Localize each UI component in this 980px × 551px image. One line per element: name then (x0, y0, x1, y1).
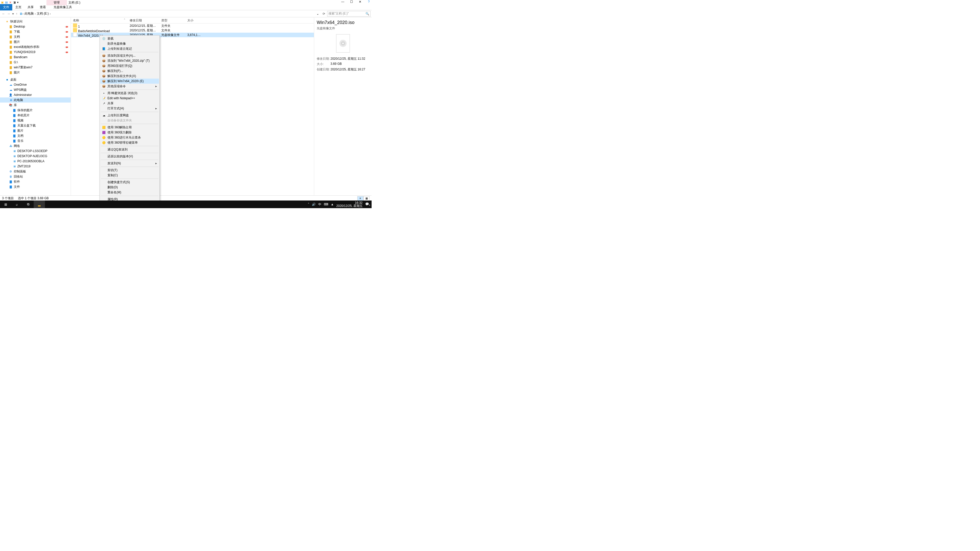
context-menu-item[interactable]: 📦添加到 "Win7x64_2020.zip" (T) (100, 58, 159, 63)
nav-forward-icon[interactable]: → (7, 12, 10, 16)
context-menu-item[interactable]: 刻录光盘映像 (100, 41, 159, 46)
context-menu-item[interactable]: 📝Edit with Notepad++ (100, 96, 159, 101)
context-menu-item[interactable]: 🟪使用 360强力删除 (100, 130, 159, 135)
file-row[interactable]: BaiduNetdiskDownload2020/12/25, 星期五 1...… (71, 28, 314, 33)
ribbon-tab-share[interactable]: 共享 (24, 4, 37, 11)
tree-item[interactable]: ▇Desktop📌 (0, 24, 71, 29)
context-menu-item[interactable]: ↗共享 (100, 101, 159, 106)
tree-quick-access[interactable]: ★快速访问 (0, 19, 71, 24)
tree-item[interactable]: ☁OneDrive (0, 82, 71, 87)
taskbar-search-icon[interactable]: ⌕ (11, 200, 22, 208)
tray-input-icon[interactable]: ⌨ (324, 203, 328, 206)
tree-item[interactable]: 📚库 (0, 103, 71, 108)
nav-back-icon[interactable]: ← (2, 12, 5, 16)
nav-up-icon[interactable]: ↑ (16, 12, 18, 16)
crumb-thispc[interactable]: 此电脑 (24, 11, 35, 16)
tree-item[interactable]: ⚙控制面板 (0, 169, 71, 174)
context-menu-item[interactable]: 🟡使用 360进行木马云查杀 (100, 135, 159, 140)
close-button[interactable]: ✕ (358, 0, 363, 3)
tree-item[interactable]: ▇保存的图片 (0, 108, 71, 113)
tree-item[interactable]: ☁WPS网盘 (0, 87, 71, 92)
tree-item[interactable]: ▇文件 (0, 184, 71, 189)
tree-item[interactable]: ▇excel表格制作求和📌 (0, 44, 71, 49)
qat-dropdown-icon[interactable]: ▾ (17, 1, 19, 4)
tree-item[interactable]: ▇图片 (0, 128, 71, 133)
context-menu-item[interactable]: 复制(C) (100, 173, 159, 178)
context-menu-item[interactable]: 📘上传到有道云笔记 (100, 46, 159, 51)
search-input[interactable]: 搜索"文档 (E:)" 🔍 (327, 11, 371, 17)
tree-item[interactable]: 🖥PC-20190530OBLA (0, 159, 71, 164)
maximize-button[interactable]: ☐ (349, 0, 354, 3)
context-menu-item[interactable]: 💿装载 (100, 36, 159, 41)
tray-security-icon[interactable]: ▲ (331, 203, 334, 206)
tree-item[interactable]: ▇本机照片 (0, 113, 71, 118)
tree-item[interactable]: ▇文档📌 (0, 34, 71, 39)
context-menu-item[interactable]: 创建快捷方式(S) (100, 179, 159, 185)
action-center-icon[interactable]: 💬3 (365, 202, 370, 206)
tree-item[interactable]: ▇图片 (0, 70, 71, 75)
ribbon-tab-file[interactable]: 文件 (0, 4, 12, 11)
context-menu-item[interactable]: 发送到(N)▸ (100, 161, 159, 166)
breadcrumb-dropdown-icon[interactable]: ⌄ (315, 12, 321, 16)
breadcrumb[interactable]: 🖥 › 此电脑 › 文档 (E:) › (19, 11, 315, 16)
context-menu-item[interactable]: 剪切(T) (100, 168, 159, 173)
col-header-type[interactable]: 类型 (159, 17, 185, 23)
context-menu-item[interactable]: 🟡使用 360管理右键菜单 (100, 140, 159, 145)
tree-item[interactable]: 🖥此电脑 (0, 97, 71, 103)
context-menu-item[interactable]: 删除(D) (100, 185, 159, 190)
tree-item[interactable]: ▇Bandicam (0, 55, 71, 60)
tray-volume-icon[interactable]: 🔊 (312, 203, 316, 206)
context-menu-item[interactable]: 📦解压到(F)... (100, 68, 159, 73)
context-menu-item[interactable]: 打开方式(H)▸ (100, 106, 159, 111)
context-menu-item[interactable]: ☁上传到百度网盘 (100, 113, 159, 118)
context-menu-item[interactable]: 📦添加到压缩文件(A)... (100, 53, 159, 58)
tray-ime-icon[interactable]: 中 (318, 202, 321, 206)
start-button[interactable]: ⊞ (0, 200, 11, 208)
qat-open-icon[interactable]: ▤ (5, 1, 8, 4)
context-menu-item[interactable]: 🟨使用 360解除占用 (100, 125, 159, 130)
context-menu[interactable]: 💿装载刻录光盘映像📘上传到有道云笔记📦添加到压缩文件(A)...📦添加到 "Wi… (100, 35, 160, 203)
tree-item[interactable]: ▇YUNQISHI2019📌 (0, 49, 71, 55)
refresh-icon[interactable]: ⟳ (323, 12, 325, 16)
tree-item[interactable]: ▇图片📌 (0, 39, 71, 44)
nav-recent-icon[interactable]: ▾ (12, 12, 14, 16)
tree-item[interactable]: 🖥DESKTOP-LSSOEDP (0, 148, 71, 154)
qat-close-icon[interactable]: ✕ (9, 1, 11, 4)
tree-item[interactable]: ▇天翼云盘下载 (0, 123, 71, 128)
view-details-icon[interactable]: ≡ (357, 196, 363, 201)
tree-network[interactable]: 🖧网络 (0, 143, 71, 148)
qat-props-icon[interactable]: ◨ (13, 1, 16, 4)
tree-item[interactable]: 🗑回收站 (0, 174, 71, 179)
tree-item[interactable]: 🖥DESKTOP-NJEU3CG (0, 154, 71, 159)
tree-desktop[interactable]: ■桌面 (0, 77, 71, 82)
tree-item[interactable]: ▇文档 (0, 133, 71, 138)
context-menu-item[interactable]: 📦用360压缩打开(Q) (100, 63, 159, 68)
taskbar-explorer-icon[interactable]: ▂ (34, 200, 45, 208)
tree-item[interactable]: 👤Administrator (0, 92, 71, 97)
context-menu-item[interactable]: 📦其他压缩命令▸ (100, 84, 159, 89)
tree-item[interactable]: ▇win7重装win7 (0, 65, 71, 70)
context-menu-item[interactable]: 📦解压到 Win7x64_2020\ (E) (100, 79, 159, 84)
col-header-name[interactable]: 名称 ˄ (71, 17, 127, 23)
minimize-button[interactable]: — (340, 0, 345, 3)
tree-item[interactable]: 🖥ZMT2019 (0, 164, 71, 169)
tree-item[interactable]: ▇G:\ (0, 60, 71, 65)
crumb-drive[interactable]: 文档 (E:) (36, 11, 50, 16)
tree-item[interactable]: ▇音乐 (0, 138, 71, 143)
tree-item[interactable]: ▇下载📌 (0, 29, 71, 34)
context-menu-item[interactable]: 重命名(M) (100, 190, 159, 195)
col-header-date[interactable]: 修改日期 (127, 17, 159, 23)
nav-tree[interactable]: ★快速访问 ▇Desktop📌▇下载📌▇文档📌▇图片📌▇excel表格制作求和📌… (0, 17, 71, 195)
tree-item[interactable]: ▇视频 (0, 118, 71, 123)
ribbon-tab-home[interactable]: 主页 (12, 4, 24, 11)
help-icon[interactable]: ? (366, 0, 371, 3)
tree-item[interactable]: ▇软件 (0, 179, 71, 184)
tray-up-icon[interactable]: ˄ (308, 203, 309, 206)
col-header-size[interactable]: 大小 (185, 17, 203, 23)
view-large-icon[interactable]: ▦ (363, 196, 369, 201)
context-menu-item[interactable]: 通过QQ发送到 (100, 147, 159, 152)
file-row[interactable]: 12020/12/15, 星期二 1...文件夹 (71, 24, 314, 28)
context-menu-item[interactable]: 还原以前的版本(V) (100, 154, 159, 159)
taskbar-clock[interactable]: 16:32 2020/12/25, 星期五 (336, 201, 363, 207)
context-menu-item[interactable]: •用 蜂蜜浏览器 浏览(3) (100, 91, 159, 96)
